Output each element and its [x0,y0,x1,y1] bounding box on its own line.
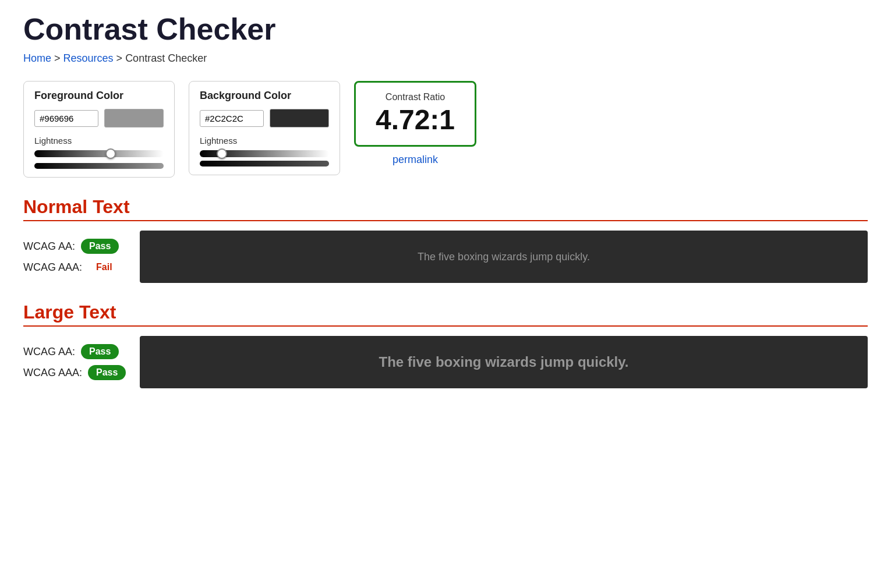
large-text-aa-row: WCAG AA: Pass [23,344,140,359]
contrast-ratio-box: Contrast Ratio 4.72:1 [354,81,476,147]
normal-text-title: Normal Text [23,196,868,218]
contrast-ratio-number: 4.72 [376,104,430,135]
normal-text-preview: The five boxing wizards jump quickly. [140,231,868,283]
background-lightness-slider [200,150,329,167]
normal-text-results-row: WCAG AA: Pass WCAG AAA: Fail The five bo… [23,231,868,283]
contrast-permalink[interactable]: permalink [354,154,476,166]
foreground-slider-thumb[interactable] [105,148,116,159]
normal-text-aa-badge: Pass [81,239,119,254]
background-slider-dark [200,161,329,167]
background-lightness-label: Lightness [200,136,329,146]
normal-text-divider [23,220,868,221]
contrast-ratio-suffix: :1 [430,104,455,135]
normal-text-section: Normal Text WCAG AA: Pass WCAG AAA: Fail… [23,196,868,283]
foreground-slider-track[interactable] [34,150,164,157]
foreground-swatch [104,109,164,127]
foreground-lightness-slider [34,150,164,169]
breadcrumb: Home > Resources > Contrast Checker [23,52,868,65]
large-text-aaa-row: WCAG AAA: Pass [23,365,140,380]
background-color-title: Background Color [200,90,329,102]
contrast-ratio-section: Contrast Ratio 4.72:1 permalink [354,81,476,166]
large-text-title: Large Text [23,302,868,323]
foreground-input-row [34,109,164,127]
normal-text-aa-row: WCAG AA: Pass [23,239,140,254]
foreground-color-card: Foreground Color Lightness [23,81,175,178]
large-text-labels: WCAG AA: Pass WCAG AAA: Pass [23,336,140,388]
foreground-slider-dark [34,163,164,169]
foreground-lightness-label: Lightness [34,136,164,146]
large-text-aa-label: WCAG AA: [23,346,75,358]
foreground-color-title: Foreground Color [34,90,164,102]
normal-text-aa-label: WCAG AA: [23,240,75,253]
large-text-preview: The five boxing wizards jump quickly. [140,336,868,388]
normal-text-aaa-badge: Fail [88,260,121,275]
breadcrumb-current: Contrast Checker [125,52,207,64]
large-text-divider [23,325,868,327]
background-slider-thumb[interactable] [217,148,227,159]
normal-text-aaa-row: WCAG AAA: Fail [23,260,140,275]
large-text-results-row: WCAG AA: Pass WCAG AAA: Pass The five bo… [23,336,868,388]
normal-text-aaa-label: WCAG AAA: [23,261,82,274]
background-swatch [270,109,329,127]
breadcrumb-resources[interactable]: Resources [63,52,114,64]
foreground-hex-input[interactable] [34,110,98,127]
contrast-ratio-label: Contrast Ratio [370,92,461,102]
large-text-aaa-label: WCAG AAA: [23,367,82,379]
large-text-preview-text: The five boxing wizards jump quickly. [379,354,629,370]
background-slider-track[interactable] [200,150,329,157]
background-color-card: Background Color Lightness [189,81,340,175]
large-text-aaa-badge: Pass [88,365,126,380]
normal-text-labels: WCAG AA: Pass WCAG AAA: Fail [23,231,140,283]
contrast-ratio-value: 4.72:1 [370,105,461,136]
background-hex-input[interactable] [200,110,264,127]
page-title: Contrast Checker [23,12,868,47]
color-inputs-section: Foreground Color Lightness Background Co… [23,81,868,178]
large-text-aa-badge: Pass [81,344,119,359]
background-input-row [200,109,329,127]
normal-text-preview-text: The five boxing wizards jump quickly. [418,251,590,263]
breadcrumb-home[interactable]: Home [23,52,51,64]
large-text-section: Large Text WCAG AA: Pass WCAG AAA: Pass … [23,302,868,388]
